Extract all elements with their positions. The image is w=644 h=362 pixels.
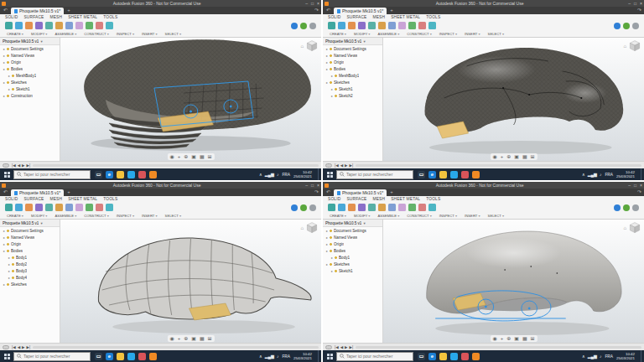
home-view-icon[interactable]: ⌂ [300,44,304,49]
view-cube[interactable]: ⌂ [623,39,641,53]
ribbon-tab[interactable]: SOLID [5,15,18,19]
visibility-bulb-icon[interactable] [335,95,337,97]
visibility-bulb-icon[interactable] [330,81,332,84]
task-view-icon[interactable]: ▭ [418,171,425,178]
cylinder-tool-icon[interactable] [348,204,356,211]
browser-item[interactable]: ▸ Origin [0,59,60,65]
timeline-control[interactable]: |◀ [335,163,339,168]
edge-icon[interactable]: e [428,353,436,360]
start-button[interactable] [323,350,336,362]
ribbon-tab[interactable]: TOOLS [103,197,117,201]
minimize-button[interactable]: – [305,182,308,189]
extensions-icon[interactable] [614,23,621,29]
close-button[interactable]: × [317,0,319,7]
browser-item[interactable]: ▸ MeshBody1 [0,72,60,79]
ribbon-group-label[interactable]: ASSEMBLE [55,214,76,218]
start-button[interactable] [0,350,13,362]
volume-icon[interactable]: ♪ [600,354,602,359]
display-settings-icon[interactable]: ▦ [200,335,205,342]
ribbon-tab[interactable]: SURFACE [23,197,44,201]
volume-icon[interactable]: ♪ [277,172,279,177]
new-design-tool-icon[interactable] [5,204,13,211]
browser-item[interactable]: ▸ Document Settings [0,45,60,52]
mesh-tool-icon[interactable] [75,204,83,211]
cylinder-tool-icon[interactable] [348,22,356,29]
tray-expand-icon[interactable]: ∧ [259,172,262,177]
timeline-track[interactable] [33,346,319,349]
taskbar-clock[interactable]: 10:42 25/03/2021 [293,352,312,360]
visibility-bulb-icon[interactable] [335,256,337,259]
task-view-icon[interactable]: ▭ [95,171,102,178]
extensions-icon[interactable] [291,23,298,29]
browser-item[interactable]: ▸ Bodies [323,65,382,72]
visibility-bulb-icon[interactable] [12,75,14,77]
visibility-bulb-icon[interactable] [12,270,14,272]
display-settings-icon[interactable]: ▦ [522,335,527,342]
timeline-control[interactable]: |◀ [12,163,16,168]
browser-item[interactable]: ▸ Sketches [0,79,60,85]
ribbon-tab[interactable]: SOLID [328,15,340,19]
display-settings-icon[interactable]: ▦ [522,153,527,160]
data-panel-icon[interactable]: ↶ [2,7,9,14]
sweep-tool-icon[interactable] [388,204,396,211]
mesh-tool-icon[interactable] [398,204,406,211]
close-button[interactable]: × [317,182,319,189]
visibility-bulb-icon[interactable] [330,230,332,232]
edge-icon[interactable]: e [106,353,113,360]
revolve-tool-icon[interactable] [55,204,63,211]
network-icon[interactable]: ▂▄▆ [588,354,597,359]
minimize-button[interactable]: – [628,182,631,189]
start-button[interactable] [0,168,13,180]
timeline-control[interactable]: ▶ [345,345,347,349]
view-cube-icon[interactable] [628,221,641,235]
show-desktop-button[interactable] [641,350,642,362]
ribbon-tab[interactable]: MESH [372,197,385,201]
ribbon-group-label[interactable]: INSERT [142,32,157,36]
new-design-tool-icon[interactable] [5,22,13,29]
generative-icon[interactable] [300,23,307,29]
revolve-tool-icon[interactable] [378,204,386,211]
show-desktop-button[interactable] [318,350,319,362]
combine-tool-icon[interactable] [408,204,416,211]
ribbon-group-label[interactable]: CREATE [7,32,23,36]
ribbon-group-label[interactable]: SELECT [165,214,181,218]
extrude-tool-icon[interactable] [368,204,376,211]
extrude-tool-icon[interactable] [45,22,53,29]
visibility-bulb-icon[interactable] [12,88,14,90]
ribbon-tab[interactable]: TOOLS [426,197,440,201]
new-tab-button[interactable]: + [65,7,72,14]
volume-icon[interactable]: ♪ [277,354,279,359]
timeline-control[interactable]: ◀ [340,345,343,349]
visibility-bulb-icon[interactable] [330,61,332,64]
ribbon-group-label[interactable]: CONSTRUCT [84,214,108,218]
browser-item[interactable]: ▸ Sketches [0,281,60,287]
visibility-bulb-icon[interactable] [330,263,332,266]
maximize-button[interactable]: □ [634,182,636,189]
ribbon-group-label[interactable]: CONSTRUCT [84,32,108,36]
taskbar-clock[interactable]: 10:42 25/03/2021 [293,170,312,178]
store-icon[interactable] [127,171,135,178]
section-tool-icon[interactable] [418,22,426,29]
ribbon-group-label[interactable]: MODIFY [31,214,47,218]
comments-icon[interactable] [3,345,9,349]
maximize-button[interactable]: □ [634,0,636,7]
ribbon-tab[interactable]: SHEET METAL [68,15,97,19]
mesh-tool-icon[interactable] [398,22,406,29]
viewport-canvas[interactable]: ⌂ ◉+⊕▣▦⊞ [60,220,321,343]
section-tool-icon[interactable] [96,204,103,211]
browser-item[interactable]: ▸ Document Settings [0,227,60,234]
ribbon-group-label[interactable]: SELECT [488,32,504,36]
ribbon-tab[interactable]: SOLID [328,197,340,201]
network-icon[interactable]: ▂▄▆ [588,172,597,177]
browser-item[interactable]: ▸ Body4 [0,274,60,281]
zoom-icon[interactable]: ⊕ [184,335,188,342]
pan-icon[interactable]: + [178,153,181,160]
extensions-icon[interactable] [614,204,621,211]
ribbon-tab[interactable]: TOOLS [103,15,117,19]
timeline-control[interactable]: ▶ [22,345,24,349]
browser-item[interactable]: ▸ Origin [323,59,382,65]
close-button[interactable]: × [640,0,642,7]
help-icon[interactable] [309,204,316,211]
grid-snap-icon[interactable]: ⊞ [531,335,535,342]
box-tool-icon[interactable] [338,204,345,211]
